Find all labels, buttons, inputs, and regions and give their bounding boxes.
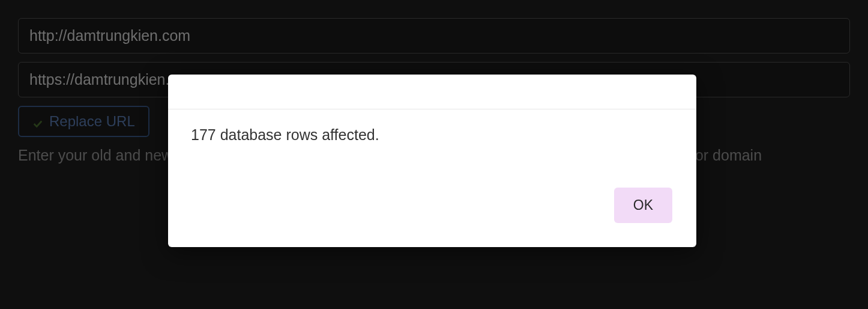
result-dialog: 177 database rows affected. OK <box>168 75 696 247</box>
dialog-message: 177 database rows affected. <box>191 126 674 144</box>
dialog-footer: OK <box>168 176 696 247</box>
ok-button[interactable]: OK <box>614 188 672 223</box>
dialog-body: 177 database rows affected. <box>168 109 696 176</box>
dialog-header <box>168 75 696 109</box>
